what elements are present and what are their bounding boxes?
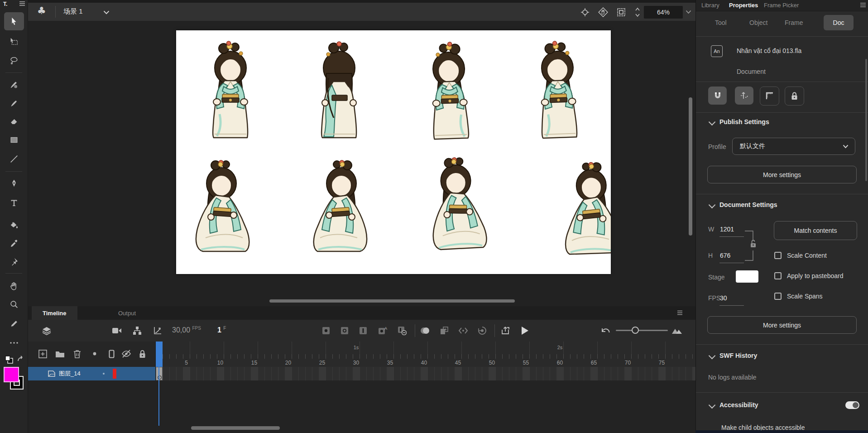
- frame-ruler[interactable]: 1s2s 51015202530354045505560657075: [156, 342, 695, 367]
- edit-multiple-frames-button[interactable]: [438, 325, 450, 336]
- default-colors-icon[interactable]: [5, 355, 14, 364]
- insert-keyframe-button[interactable]: [320, 325, 332, 336]
- profile-dropdown[interactable]: 默认文件: [732, 138, 855, 155]
- new-layer-button[interactable]: [37, 349, 48, 359]
- hide-layers-eye-icon[interactable]: [121, 349, 132, 359]
- fluid-brush-tool-button[interactable]: [4, 76, 24, 94]
- accessibility-header[interactable]: Accessibility: [719, 401, 758, 409]
- panel-menu-icon[interactable]: [860, 2, 866, 8]
- publish-settings-chevron-icon[interactable]: [709, 119, 716, 126]
- fps-display[interactable]: 30,00 FPS: [172, 326, 201, 334]
- document-more-settings-button[interactable]: More settings: [707, 316, 857, 334]
- reset-timeline-zoom-icon[interactable]: [599, 325, 611, 336]
- center-stage-icon[interactable]: [580, 7, 590, 18]
- tab-output[interactable]: Output: [107, 306, 147, 320]
- document-settings-header[interactable]: Document Settings: [719, 201, 777, 208]
- layer-row[interactable]: 图层_14: [28, 367, 155, 380]
- camera-icon[interactable]: [111, 325, 123, 336]
- zoom-tool-button[interactable]: [4, 295, 24, 313]
- free-transform-tool-button[interactable]: [4, 33, 24, 51]
- timeline-zoom-slider-knob[interactable]: [632, 327, 639, 334]
- subtab-tool[interactable]: Tool: [715, 19, 727, 26]
- stage[interactable]: [176, 30, 611, 274]
- canvas-pasteboard[interactable]: [28, 21, 695, 306]
- subtab-frame[interactable]: Frame: [785, 19, 803, 26]
- height-field[interactable]: 676: [720, 252, 730, 259]
- line-tool-button[interactable]: [4, 150, 24, 168]
- stage-color-swatch[interactable]: [736, 270, 758, 283]
- zoom-dropdown-chevron-icon[interactable]: [686, 10, 691, 14]
- tab-timeline[interactable]: Timeline: [32, 306, 77, 320]
- delete-frame-button[interactable]: [396, 325, 408, 336]
- clip-content-icon[interactable]: [616, 7, 627, 18]
- subtab-doc[interactable]: Doc: [824, 15, 854, 30]
- width-field[interactable]: 1201: [720, 226, 734, 233]
- eraser-tool-button[interactable]: [4, 112, 24, 130]
- zoom-level-input[interactable]: 64%: [644, 6, 683, 19]
- apply-pasteboard-checkbox[interactable]: [774, 272, 782, 279]
- snap-align-button[interactable]: [735, 87, 753, 105]
- text-tool-button[interactable]: [4, 194, 24, 212]
- timeline-horizontal-scrollbar[interactable]: [191, 426, 280, 430]
- pen-tool-button[interactable]: [4, 174, 24, 192]
- layers-panel-icon[interactable]: [41, 325, 53, 336]
- more-tools-button[interactable]: [4, 338, 24, 348]
- lasso-tool-button[interactable]: [4, 52, 24, 70]
- rulers-button[interactable]: [760, 87, 779, 106]
- loop-frames-button[interactable]: [476, 325, 488, 336]
- document-settings-chevron-icon[interactable]: [709, 202, 716, 209]
- play-button[interactable]: [519, 325, 531, 336]
- scale-content-checkbox[interactable]: [774, 252, 782, 259]
- highlight-layers-dot-icon[interactable]: [89, 349, 100, 359]
- scene-dropdown-chevron-icon[interactable]: [103, 10, 110, 14]
- graph-editor-icon[interactable]: [152, 325, 163, 336]
- layer-frame-track[interactable]: [156, 367, 695, 381]
- timeline-zoom-max-icon[interactable]: [671, 325, 683, 336]
- insert-frame-button[interactable]: [357, 325, 369, 336]
- canvas-horizontal-scrollbar[interactable]: [269, 299, 515, 303]
- eyedropper-tool-button[interactable]: [4, 235, 24, 253]
- publish-more-settings-button[interactable]: More settings: [707, 166, 857, 183]
- tab-frame-picker[interactable]: Frame Picker: [764, 2, 799, 9]
- tools-panel-tab[interactable]: T.: [3, 1, 7, 7]
- fill-color-swatch[interactable]: [4, 367, 19, 382]
- pencil-tool-button[interactable]: [4, 315, 24, 333]
- selection-tool-button[interactable]: [4, 12, 24, 30]
- accessibility-toggle[interactable]: [845, 401, 859, 409]
- export-animation-button[interactable]: [500, 325, 512, 336]
- canvas-vertical-scrollbar[interactable]: [689, 97, 692, 236]
- subtab-object[interactable]: Object: [749, 19, 767, 26]
- classic-brush-tool-button[interactable]: [4, 94, 24, 112]
- publish-settings-header[interactable]: Publish Settings: [719, 118, 769, 125]
- auto-keyframe-button[interactable]: A: [377, 325, 388, 336]
- tab-library[interactable]: Library: [701, 2, 719, 9]
- onion-skin-button[interactable]: [419, 325, 431, 336]
- playhead[interactable]: [156, 342, 163, 367]
- lock-guides-button[interactable]: [785, 87, 804, 106]
- layer-name[interactable]: 图层_14: [59, 370, 81, 378]
- scale-spans-checkbox[interactable]: [774, 293, 782, 300]
- fps-field[interactable]: 30: [720, 294, 727, 302]
- unlink-lock-icon[interactable]: [750, 239, 757, 248]
- paint-bucket-tool-button[interactable]: [4, 216, 24, 234]
- rotate-tool-icon[interactable]: [598, 7, 609, 18]
- insert-blank-keyframe-button[interactable]: [339, 325, 350, 336]
- scene-icon[interactable]: ♣: [37, 5, 46, 16]
- tools-panel-menu-icon[interactable]: [19, 0, 26, 7]
- timeline-zoom-slider-track[interactable]: [616, 330, 668, 331]
- outline-layers-icon[interactable]: [106, 349, 117, 359]
- timeline-panel-menu-icon[interactable]: [676, 310, 683, 316]
- zoom-stepper[interactable]: [635, 6, 640, 18]
- new-folder-button[interactable]: [54, 349, 65, 359]
- match-contents-button[interactable]: Match contents: [774, 221, 857, 240]
- hand-tool-button[interactable]: [4, 277, 24, 295]
- swf-history-chevron-icon[interactable]: [709, 352, 716, 360]
- delete-layer-button[interactable]: [72, 349, 82, 359]
- layer-outline-color-swatch[interactable]: [113, 369, 116, 379]
- parenting-view-icon[interactable]: [131, 325, 143, 336]
- rectangle-tool-button[interactable]: [4, 131, 24, 149]
- accessibility-chevron-icon[interactable]: [709, 402, 716, 409]
- swf-history-header[interactable]: SWF History: [719, 352, 757, 359]
- scene-name[interactable]: 场景 1: [63, 7, 83, 16]
- lock-layers-icon[interactable]: [137, 349, 148, 359]
